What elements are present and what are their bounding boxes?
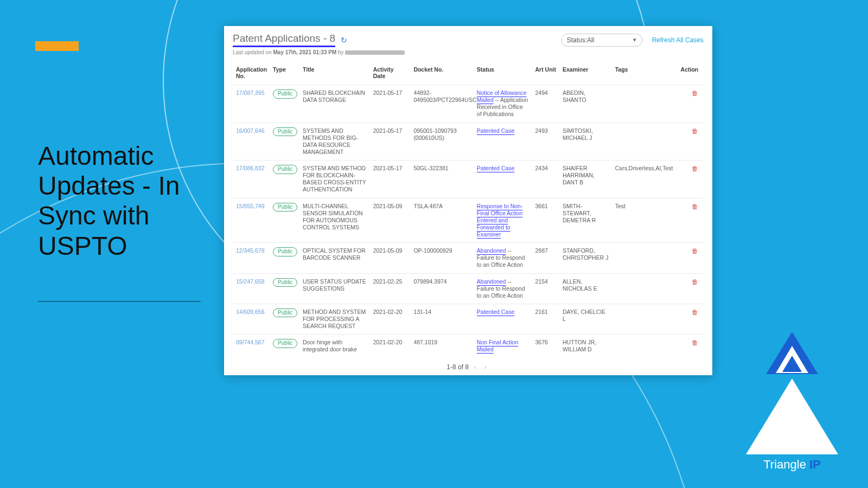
table-row: 09/744,567PublicDoor hinge with integrat… xyxy=(233,335,704,358)
type-pill: Public xyxy=(273,247,297,256)
docket-cell: 44892-0495003/PCT22964USC xyxy=(410,85,473,123)
application-link[interactable]: 14/609,656 xyxy=(236,309,265,315)
status-link[interactable]: Patented Case xyxy=(477,165,514,171)
col-app-no[interactable]: Application No. xyxy=(233,63,270,85)
col-examiner[interactable]: Examiner xyxy=(559,63,612,85)
slide-headline: Automatic Updates - In Sync with USPTO xyxy=(38,141,212,261)
tags-cell: Cars,Driverless,AI,Test xyxy=(612,160,678,198)
last-updated-meta: Last updated on May 17th, 2021 01:33 PM … xyxy=(233,49,704,55)
table-row: 14/609,656PublicMETHOD AND SYSTEM FOR PR… xyxy=(233,304,704,334)
type-pill: Public xyxy=(273,127,297,137)
prev-page-icon[interactable]: ‹ xyxy=(470,363,479,371)
delete-icon[interactable]: 🗑 xyxy=(692,339,698,346)
application-link[interactable]: 16/007,646 xyxy=(236,127,265,134)
status-cell: Patented Case xyxy=(474,304,532,334)
application-link[interactable]: 17/086,832 xyxy=(236,165,265,171)
type-pill: Public xyxy=(273,89,297,99)
delete-icon[interactable]: 🗑 xyxy=(692,89,698,97)
accent-bar xyxy=(35,41,79,51)
art-unit-cell: 2161 xyxy=(532,304,560,334)
delete-icon[interactable]: 🗑 xyxy=(692,203,698,210)
tags-cell xyxy=(612,85,678,123)
col-action: Action xyxy=(678,63,704,85)
status-link[interactable]: Patented Case xyxy=(477,309,514,315)
docket-cell: 095001-1090793 (000610US) xyxy=(410,123,473,160)
type-pill: Public xyxy=(273,309,297,318)
date-cell: 2021-02-20 xyxy=(370,304,411,334)
page-range: 1-8 of 8 xyxy=(446,363,469,371)
art-unit-cell: 3661 xyxy=(532,198,560,243)
applications-table: Application No. Type Title Activity Date… xyxy=(233,63,704,358)
application-link[interactable]: 15/247,658 xyxy=(236,278,265,285)
pagination: 1-8 of 8 ‹ › xyxy=(233,358,704,373)
examiner-cell: HUTTON JR, WILLIAM D xyxy=(559,335,612,358)
examiner-cell: ABEDIN, SHANTO xyxy=(559,85,612,123)
col-tags[interactable]: Tags xyxy=(612,63,678,85)
status-cell: Patented Case xyxy=(474,160,532,198)
refresh-icon[interactable]: ↻ xyxy=(341,36,347,44)
title-cell: METHOD AND SYSTEM FOR PROCESSING A SEARC… xyxy=(299,304,370,334)
col-docket-no[interactable]: Docket No. xyxy=(410,63,473,85)
status-cell: Non Final Action Mailed xyxy=(474,335,532,358)
status-link[interactable]: Response to Non-Final Office Action Ente… xyxy=(477,203,523,238)
app-panel: Patent Applications - 8 ↻ Status:All Ref… xyxy=(224,26,712,375)
col-art-unit[interactable]: Art Unit xyxy=(532,63,560,85)
art-unit-cell: 2494 xyxy=(532,85,560,123)
redacted-user xyxy=(345,50,405,55)
next-page-icon[interactable]: › xyxy=(481,363,490,371)
tags-cell xyxy=(612,123,678,160)
tags-cell: Test xyxy=(612,198,678,243)
examiner-cell: DAYE, CHELCIE L xyxy=(559,304,612,334)
col-title[interactable]: Title xyxy=(299,63,370,85)
status-filter-value: All xyxy=(587,36,594,44)
examiner-cell: ALLEN, NICHOLAS E xyxy=(559,273,612,304)
status-link[interactable]: Non Final Action Mailed xyxy=(477,339,518,352)
table-row: 15/855,749PublicMULTI-CHANNEL SENSOR SIM… xyxy=(233,198,704,243)
col-type[interactable]: Type xyxy=(270,63,299,85)
art-unit-cell: 3676 xyxy=(532,335,560,358)
status-cell: Patented Case xyxy=(474,123,532,160)
examiner-cell: SIMITOSKI, MICHAEL J xyxy=(559,123,612,160)
status-link[interactable]: Abandoned xyxy=(477,247,506,254)
headline-underline xyxy=(38,301,201,302)
date-cell: 2021-05-09 xyxy=(370,198,411,243)
status-link[interactable]: Patented Case xyxy=(477,127,514,134)
art-unit-cell: 2154 xyxy=(532,273,560,304)
docket-cell: 50GL-322381 xyxy=(410,160,473,198)
type-pill: Public xyxy=(273,203,297,212)
delete-icon[interactable]: 🗑 xyxy=(692,247,698,255)
delete-icon[interactable]: 🗑 xyxy=(692,127,698,135)
delete-icon[interactable]: 🗑 xyxy=(692,165,698,172)
refresh-all-link[interactable]: Refresh All Cases xyxy=(652,36,704,44)
table-row: 12/345,678PublicOPTICAL SYSTEM FOR BARCO… xyxy=(233,243,704,273)
col-activity-date[interactable]: Activity Date xyxy=(370,63,411,85)
docket-cell: OP-100000929 xyxy=(410,243,473,273)
status-filter-dropdown[interactable]: Status:All xyxy=(561,34,642,47)
application-link[interactable]: 17/087,395 xyxy=(236,89,265,96)
title-cell: SYSTEM AND METHOD FOR BLOCKCHAIN-BASED C… xyxy=(299,160,370,198)
type-pill: Public xyxy=(273,165,297,174)
status-cell: Abandoned -- Failure to Respond to an Of… xyxy=(474,273,532,304)
status-cell: Response to Non-Final Office Action Ente… xyxy=(474,198,532,243)
title-cell: USER STATUS UPDATE SUGGESTIONS xyxy=(299,273,370,304)
examiner-cell: STANFORD, CHRISTOPHER J xyxy=(559,243,612,273)
application-link[interactable]: 09/744,567 xyxy=(236,339,265,345)
type-pill: Public xyxy=(273,339,297,348)
delete-icon[interactable]: 🗑 xyxy=(692,309,698,316)
art-unit-cell: 2887 xyxy=(532,243,560,273)
title-cell: OPTICAL SYSTEM FOR BARCODE SCANNER xyxy=(299,243,370,273)
art-unit-cell: 2493 xyxy=(532,123,560,160)
col-status[interactable]: Status xyxy=(474,63,532,85)
art-unit-cell: 2434 xyxy=(532,160,560,198)
date-cell: 2021-05-17 xyxy=(370,85,411,123)
delete-icon[interactable]: 🗑 xyxy=(692,278,698,286)
date-cell: 2021-05-17 xyxy=(370,160,411,198)
title-cell: MULTI-CHANNEL SENSOR SIMULATION FOR AUTO… xyxy=(299,198,370,243)
panel-header: Patent Applications - 8 ↻ Status:All Ref… xyxy=(233,33,704,47)
application-link[interactable]: 12/345,678 xyxy=(236,247,265,254)
application-link[interactable]: 15/855,749 xyxy=(236,203,265,209)
status-link[interactable]: Abandoned xyxy=(477,278,506,285)
table-row: 17/086,832PublicSYSTEM AND METHOD FOR BL… xyxy=(233,160,704,198)
type-pill: Public xyxy=(273,278,297,287)
title-cell: SHARED BLOCKCHAIN DATA STORAGE xyxy=(299,85,370,123)
